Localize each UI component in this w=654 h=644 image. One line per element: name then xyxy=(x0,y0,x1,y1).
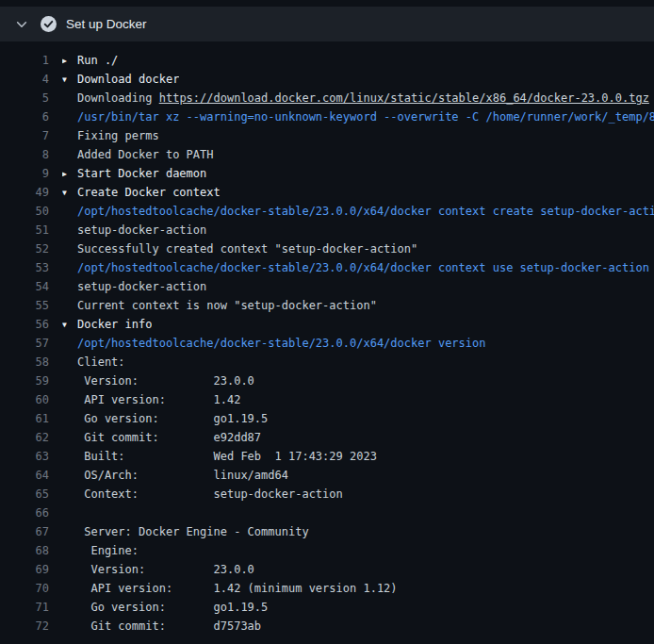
log-text: Context: setup-docker-action xyxy=(77,487,343,501)
log-line: 52Successfully created context "setup-do… xyxy=(0,239,654,258)
line-number[interactable]: 52 xyxy=(0,239,49,258)
log-text: Server: Docker Engine - Community xyxy=(77,525,309,538)
line-number[interactable]: 69 xyxy=(0,560,49,579)
line-number[interactable]: 4 xyxy=(0,70,49,89)
group-collapse-icon[interactable]: ▼ xyxy=(62,316,77,334)
log-line-content: Downloading https://download.docker.com/… xyxy=(62,89,649,107)
chevron-down-icon[interactable] xyxy=(15,18,28,31)
log-line: 6/usr/bin/tar xz --warning=no-unknown-ke… xyxy=(0,107,654,126)
log-line-content: ▶Start Docker daemon xyxy=(62,164,206,183)
line-number[interactable]: 53 xyxy=(0,258,49,277)
line-number[interactable]: 56 xyxy=(0,315,49,334)
log-text: Downloading xyxy=(77,91,159,105)
log-text: Current context is now "setup-docker-act… xyxy=(77,299,377,312)
log-line-content: ▼Create Docker context xyxy=(62,183,221,202)
log-line: 72 Git commit: d7573ab xyxy=(0,617,654,636)
log-line-content: /opt/hostedtoolcache/docker-stable/23.0.… xyxy=(62,258,649,277)
log-line: 55Current context is now "setup-docker-a… xyxy=(0,296,654,315)
log-text: Version: 23.0.0 xyxy=(77,374,254,388)
log-line: 54setup-docker-action xyxy=(0,277,654,296)
group-label: Download docker xyxy=(77,73,179,86)
log-line-content: /usr/bin/tar xz --warning=no-unknown-key… xyxy=(62,107,654,126)
line-number[interactable]: 9 xyxy=(0,164,49,183)
line-number[interactable]: 54 xyxy=(0,277,49,296)
line-number[interactable]: 6 xyxy=(0,107,49,126)
line-number[interactable]: 1 xyxy=(0,51,49,70)
log-line: 59 Version: 23.0.0 xyxy=(0,372,654,390)
group-label: Docker info xyxy=(77,318,152,331)
group-collapse-icon[interactable]: ▼ xyxy=(62,71,77,89)
group-label: Start Docker daemon xyxy=(77,167,206,180)
log-line: 50/opt/hostedtoolcache/docker-stable/23.… xyxy=(0,202,654,221)
line-number[interactable]: 58 xyxy=(0,353,49,372)
log-text: API version: 1.42 xyxy=(77,393,240,406)
line-number[interactable]: 67 xyxy=(0,522,49,541)
log-line-content: Context: setup-docker-action xyxy=(62,485,343,504)
log-text: Added Docker to PATH xyxy=(77,148,214,161)
group-collapse-icon[interactable]: ▼ xyxy=(62,184,77,202)
group-expand-icon[interactable]: ▶ xyxy=(62,52,77,70)
log-url-link[interactable]: https://download.docker.com/linux/static… xyxy=(159,91,649,105)
line-number[interactable]: 8 xyxy=(0,145,49,164)
line-number[interactable]: 50 xyxy=(0,202,49,221)
log-line-content: Client: xyxy=(62,353,125,372)
log-text: Go version: go1.19.5 xyxy=(77,412,268,425)
log-line-content: setup-docker-action xyxy=(62,277,206,296)
line-number[interactable]: 61 xyxy=(0,409,49,428)
log-line: 1▶Run ./ xyxy=(0,51,654,70)
log-line: 65 Context: setup-docker-action xyxy=(0,485,654,504)
log-text: Successfully created context "setup-dock… xyxy=(77,242,417,256)
log-line: 63 Built: Wed Feb 1 17:43:29 2023 xyxy=(0,447,654,466)
line-number[interactable]: 72 xyxy=(0,617,49,636)
line-number[interactable]: 66 xyxy=(0,504,49,522)
line-number[interactable]: 71 xyxy=(0,598,49,617)
log-line: 66 xyxy=(0,504,654,522)
log-line-content: ▼Download docker xyxy=(62,70,179,89)
log-line: 5Downloading https://download.docker.com… xyxy=(0,89,654,107)
group-label: Run ./ xyxy=(77,54,118,67)
log-line-content: /opt/hostedtoolcache/docker-stable/23.0.… xyxy=(62,334,485,353)
line-number[interactable]: 63 xyxy=(0,447,49,466)
line-number[interactable]: 65 xyxy=(0,485,49,504)
line-number[interactable]: 7 xyxy=(0,126,49,145)
log-text: OS/Arch: linux/amd64 xyxy=(77,469,288,482)
line-number[interactable]: 57 xyxy=(0,334,49,353)
line-number[interactable]: 70 xyxy=(0,579,49,598)
log-line: 64 OS/Arch: linux/amd64 xyxy=(0,466,654,485)
log-line: 57/opt/hostedtoolcache/docker-stable/23.… xyxy=(0,334,654,353)
log-line-content: /opt/hostedtoolcache/docker-stable/23.0.… xyxy=(62,202,654,221)
log-line-content: Successfully created context "setup-dock… xyxy=(62,239,417,258)
line-number[interactable]: 49 xyxy=(0,183,49,202)
line-number[interactable]: 68 xyxy=(0,541,49,560)
log-line: 53/opt/hostedtoolcache/docker-stable/23.… xyxy=(0,258,654,277)
log-line: 4▼Download docker xyxy=(0,70,654,89)
log-line-content: API version: 1.42 (minimum version 1.12) xyxy=(62,579,398,598)
step-title: Set up Docker xyxy=(66,17,147,31)
line-number[interactable]: 51 xyxy=(0,221,49,239)
line-number[interactable]: 60 xyxy=(0,390,49,409)
line-number[interactable]: 55 xyxy=(0,296,49,315)
log-line-content: Engine: xyxy=(62,541,139,560)
log-text: Version: 23.0.0 xyxy=(77,563,254,576)
line-number[interactable]: 59 xyxy=(0,372,49,390)
log-viewer: 1▶Run ./4▼Download docker5Downloading ht… xyxy=(0,41,654,636)
step-header[interactable]: Set up Docker xyxy=(0,7,654,41)
log-line: 68 Engine: xyxy=(0,541,654,560)
line-number[interactable]: 5 xyxy=(0,89,49,107)
log-line: 61 Go version: go1.19.5 xyxy=(0,409,654,428)
command-text: /opt/hostedtoolcache/docker-stable/23.0.… xyxy=(77,337,485,350)
line-number[interactable]: 64 xyxy=(0,466,49,485)
line-number[interactable]: 62 xyxy=(0,428,49,447)
log-line: 49▼Create Docker context xyxy=(0,183,654,202)
log-line: 9▶Start Docker daemon xyxy=(0,164,654,183)
log-line: 70 API version: 1.42 (minimum version 1.… xyxy=(0,579,654,598)
log-line-content: Git commit: d7573ab xyxy=(62,617,261,636)
log-text: API version: 1.42 (minimum version 1.12) xyxy=(77,582,398,595)
log-text: Git commit: d7573ab xyxy=(77,619,261,633)
log-line-content: OS/Arch: linux/amd64 xyxy=(62,466,288,485)
group-expand-icon[interactable]: ▶ xyxy=(62,165,77,183)
log-text: Client: xyxy=(77,355,125,369)
log-text: setup-docker-action xyxy=(77,280,206,293)
log-line: 8Added Docker to PATH xyxy=(0,145,654,164)
log-line: 71 Go version: go1.19.5 xyxy=(0,598,654,617)
